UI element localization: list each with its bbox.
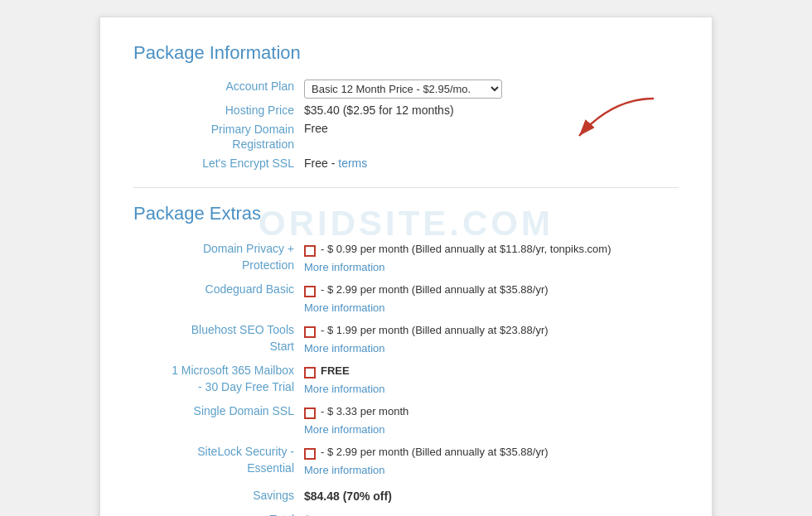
ssl-label: Let's Encrypt SSL xyxy=(133,154,299,172)
single-ssl-more-info[interactable]: More information xyxy=(304,422,674,438)
ms365-checkbox[interactable] xyxy=(304,367,316,379)
codeguard-checkbox[interactable] xyxy=(304,286,316,297)
table-row: Domain Privacy +Protection - $ 0.99 per … xyxy=(133,238,679,278)
sitelock-label: SiteLock Security -Essential xyxy=(133,441,299,481)
ssl-row: Let's Encrypt SSL Free - terms xyxy=(133,154,679,172)
sitelock-desc: - $ 2.99 per month (Billed annually at $… xyxy=(321,444,549,461)
savings-value: $84.48 (70% off) xyxy=(299,481,679,509)
domain-privacy-checkbox[interactable] xyxy=(304,245,316,257)
account-plan-select[interactable]: Basic 12 Month Price - $2.95/mo. Plus 12… xyxy=(304,80,502,99)
total-value: $35.40 xyxy=(299,509,679,516)
primary-domain-row: Primary DomainRegistration Free xyxy=(133,119,679,154)
seo-tools-desc: - $ 1.99 per month (Billed annually at $… xyxy=(321,322,549,339)
hosting-price-value: $35.40 ($2.95 for 12 months) xyxy=(299,101,679,119)
table-row: Bluehost SEO ToolsStart - $ 1.99 per mon… xyxy=(133,319,679,359)
seo-tools-label: Bluehost SEO ToolsStart xyxy=(133,319,299,359)
codeguard-value: - $ 2.99 per month (Billed annually at $… xyxy=(299,278,679,319)
ssl-value: Free - terms xyxy=(299,154,679,172)
ms365-free-badge: FREE xyxy=(321,363,350,379)
sitelock-checkbox[interactable] xyxy=(304,448,316,460)
primary-domain-value: Free xyxy=(299,119,679,154)
ssl-separator: - xyxy=(331,157,339,170)
ssl-free-text: Free xyxy=(304,157,328,170)
account-plan-value: Basic 12 Month Price - $2.95/mo. Plus 12… xyxy=(299,77,679,101)
codeguard-desc: - $ 2.99 per month (Billed annually at $… xyxy=(321,282,549,298)
sitelock-more-info[interactable]: More information xyxy=(304,462,674,479)
primary-domain-label: Primary DomainRegistration xyxy=(133,119,299,154)
savings-row: Savings $84.48 (70% off) xyxy=(133,481,679,509)
total-row: Total $35.40 xyxy=(133,509,679,516)
domain-privacy-more-info[interactable]: More information xyxy=(304,259,674,276)
table-row: Single Domain SSL - $ 3.33 per month Mor… xyxy=(133,400,679,441)
section-divider xyxy=(133,187,679,188)
single-ssl-value: - $ 3.33 per month More information xyxy=(299,400,679,441)
savings-label: Savings xyxy=(133,481,299,509)
codeguard-label: Codeguard Basic xyxy=(133,278,299,319)
single-ssl-desc: - $ 3.33 per month xyxy=(321,403,408,420)
single-ssl-label: Single Domain SSL xyxy=(133,400,299,441)
package-info-table: Account Plan Basic 12 Month Price - $2.9… xyxy=(133,77,679,172)
ms365-more-info[interactable]: More information xyxy=(304,381,674,398)
sitelock-value: - $ 2.99 per month (Billed annually at $… xyxy=(299,441,679,481)
seo-tools-checkbox[interactable] xyxy=(304,326,316,338)
domain-privacy-desc: - $ 0.99 per month (Billed annually at $… xyxy=(321,241,611,258)
account-plan-label: Account Plan xyxy=(133,77,299,101)
codeguard-more-info[interactable]: More information xyxy=(304,300,674,316)
package-extras-table: Domain Privacy +Protection - $ 0.99 per … xyxy=(133,238,679,516)
domain-privacy-value: - $ 0.99 per month (Billed annually at $… xyxy=(299,238,679,278)
package-info-title: Package Information xyxy=(133,42,679,64)
hosting-price-row: Hosting Price $35.40 ($2.95 for 12 month… xyxy=(133,101,679,119)
seo-tools-more-info[interactable]: More information xyxy=(304,340,674,357)
table-row: 1 Microsoft 365 Mailbox- 30 Day Free Tri… xyxy=(133,359,679,400)
total-label: Total xyxy=(133,509,299,516)
package-extras-title: Package Extras xyxy=(133,203,679,224)
seo-tools-value: - $ 1.99 per month (Billed annually at $… xyxy=(299,319,679,359)
table-row: SiteLock Security -Essential - $ 2.99 pe… xyxy=(133,441,679,481)
table-row: Codeguard Basic - $ 2.99 per month (Bill… xyxy=(133,278,679,319)
ms365-label: 1 Microsoft 365 Mailbox- 30 Day Free Tri… xyxy=(133,359,299,400)
account-plan-row: Account Plan Basic 12 Month Price - $2.9… xyxy=(133,77,679,101)
domain-privacy-label: Domain Privacy +Protection xyxy=(133,238,299,278)
ms365-value: FREE More information xyxy=(299,359,679,400)
single-ssl-checkbox[interactable] xyxy=(304,407,316,419)
hosting-price-label: Hosting Price xyxy=(133,101,299,119)
ssl-terms-link[interactable]: terms xyxy=(338,157,367,170)
